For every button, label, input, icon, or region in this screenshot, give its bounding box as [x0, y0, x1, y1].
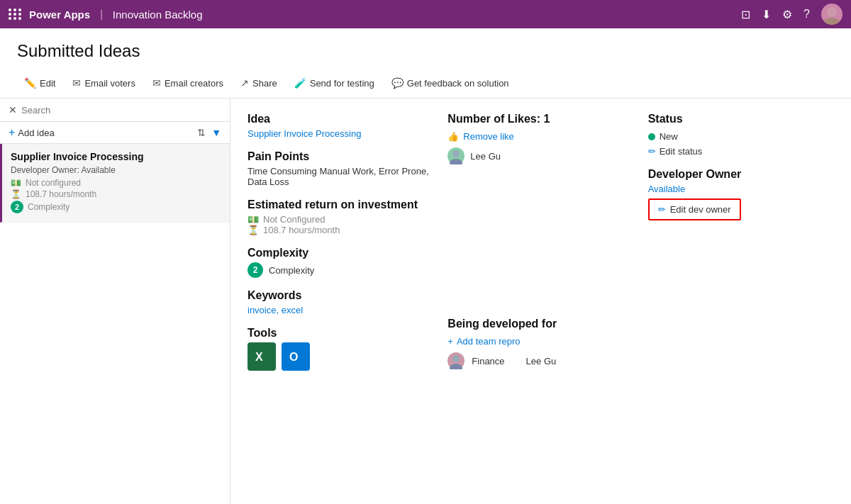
main-layout: ✕ + Add idea ⇅ ▼ Supplier Invoice Proces… — [0, 99, 851, 504]
svg-text:O: O — [289, 351, 298, 363]
dev-owner-status[interactable]: Available — [648, 184, 834, 194]
roi-hours-row: ⏳ 108.7 hours/month — [247, 225, 433, 235]
roi-label: Estimated return on investment — [247, 198, 433, 211]
share-button[interactable]: ↗ Share — [233, 74, 284, 92]
likes-user-name: Lee Gu — [470, 151, 501, 162]
cast-icon[interactable]: ⊡ — [741, 8, 750, 21]
settings-icon[interactable]: ⚙ — [782, 8, 792, 21]
add-team-button[interactable]: + Add team repro — [447, 336, 633, 347]
detail-col-2: Number of Likes: 1 👍 Remove like Lee Gu … — [447, 113, 633, 503]
team-row: Finance Lee Gu — [447, 352, 633, 369]
detail-panel: Idea Supplier Invoice Processing Pain Po… — [230, 99, 851, 504]
remove-like-button[interactable]: 👍 Remove like — [447, 131, 633, 142]
idea-label: Idea — [247, 113, 433, 125]
search-clear-icon[interactable]: ✕ — [9, 104, 17, 116]
pain-points-label: Pain Points — [247, 150, 433, 163]
status-section: Status New ✏ Edit status — [648, 113, 834, 157]
keywords-section: Keywords invoice, excel — [247, 289, 433, 315]
page-header: Submitted Ideas — [0, 28, 851, 68]
svg-point-7 — [450, 159, 462, 164]
edit-button[interactable]: ✏️ Edit — [17, 74, 62, 92]
svg-text:X: X — [255, 351, 263, 363]
team-avatar — [447, 352, 465, 369]
topbar: Power Apps | Innovation Backlog ⊡ ⬇ ⚙ ? — [0, 0, 851, 28]
edit-icon: ✏️ — [24, 77, 36, 89]
complexity-row: 2 Complexity — [247, 262, 433, 278]
tools-row: X O — [247, 342, 433, 371]
email-voters-icon: ✉ — [72, 77, 81, 89]
outlook-icon: O — [282, 342, 310, 371]
team-name: Finance — [472, 356, 504, 366]
list-item[interactable]: Supplier Invoice Processing Developer Ow… — [0, 144, 230, 223]
status-heading: Status — [648, 113, 834, 125]
likes-user-avatar — [447, 147, 465, 164]
help-icon[interactable]: ? — [803, 8, 810, 21]
grid-menu-icon[interactable] — [9, 9, 22, 20]
excel-icon: X — [247, 342, 276, 371]
svg-point-0 — [827, 7, 837, 17]
team-user: Lee Gu — [526, 356, 557, 366]
toolbar: ✏️ Edit ✉ Email voters ✉ Email creators … — [0, 68, 851, 99]
app-subtitle: Innovation Backlog — [113, 9, 203, 21]
keywords-value[interactable]: invoice, excel — [247, 305, 433, 315]
list-item-title: Supplier Invoice Processing — [11, 151, 221, 162]
feedback-icon: 💬 — [391, 77, 404, 89]
testing-icon: 🧪 — [294, 77, 306, 89]
send-for-testing-button[interactable]: 🧪 Send for testing — [287, 74, 382, 92]
get-feedback-button[interactable]: 💬 Get feedback on solution — [384, 74, 516, 92]
search-input[interactable] — [21, 105, 221, 116]
roi-not-configured-row: 💵 Not Configured — [247, 214, 433, 225]
list-item-hours-row: ⏳ 108.7 hours/month — [11, 189, 221, 199]
add-icon: + — [9, 126, 15, 139]
idea-value[interactable]: Supplier Invoice Processing — [247, 128, 433, 139]
detail-col-3: Status New ✏ Edit status Developer Owner… — [648, 113, 834, 503]
page-title: Submitted Ideas — [17, 41, 834, 61]
sidebar-actions: + Add idea ⇅ ▼ — [0, 122, 230, 144]
user-avatar[interactable] — [821, 4, 842, 25]
sidebar-actions-right: ⇅ ▼ — [197, 127, 221, 138]
complexity-section: Complexity 2 Complexity — [247, 247, 433, 278]
tools-label: Tools — [247, 327, 433, 340]
email-creators-button[interactable]: ✉ Email creators — [145, 74, 230, 92]
dev-owner-heading: Developer Owner — [648, 168, 834, 181]
edit-status-icon: ✏ — [648, 146, 656, 157]
add-idea-button[interactable]: + Add idea — [9, 126, 55, 139]
topbar-right: ⊡ ⬇ ⚙ ? — [741, 4, 842, 25]
likes-heading: Number of Likes: 1 — [447, 113, 633, 125]
edit-status-button[interactable]: ✏ Edit status — [648, 146, 834, 157]
filter-icon[interactable]: ▼ — [211, 127, 221, 138]
app-name: Power Apps — [29, 9, 90, 21]
likes-section: Number of Likes: 1 👍 Remove like Lee Gu — [447, 113, 633, 164]
svg-point-9 — [450, 364, 462, 369]
complexity-circle: 2 — [247, 262, 263, 278]
status-row: New — [648, 131, 834, 142]
pain-points-value: Time Consuming Manual Work, Error Prone,… — [247, 166, 433, 187]
thumbs-up-icon: 👍 — [447, 131, 459, 142]
being-developed-section: Being developed for + Add team repro Fin… — [447, 318, 633, 369]
likes-user-row: Lee Gu — [447, 147, 633, 164]
add-team-plus-icon: + — [447, 336, 453, 347]
email-voters-button[interactable]: ✉ Email voters — [65, 74, 143, 92]
keywords-label: Keywords — [247, 289, 433, 302]
list-item-not-configured-row: 💵 Not configured — [11, 178, 221, 188]
svg-point-1 — [823, 18, 840, 25]
being-dev-heading: Being developed for — [447, 318, 633, 330]
roi-clock-icon: ⏳ — [247, 225, 259, 235]
roi-money-icon: 💵 — [247, 214, 259, 225]
sidebar-search-bar: ✕ — [0, 99, 230, 122]
pain-points-section: Pain Points Time Consuming Manual Work, … — [247, 150, 433, 187]
download-icon[interactable]: ⬇ — [762, 8, 771, 21]
sort-icon[interactable]: ⇅ — [197, 127, 206, 138]
status-value: New — [660, 131, 678, 142]
money-icon: 💵 — [11, 178, 21, 188]
svg-point-6 — [452, 150, 460, 157]
dev-owner-section: Developer Owner Available ✏ Edit dev own… — [648, 168, 834, 220]
edit-dev-owner-button[interactable]: ✏ Edit dev owner — [648, 198, 741, 220]
complexity-label: Complexity — [247, 247, 433, 259]
topbar-divider: | — [100, 9, 103, 20]
email-creators-icon: ✉ — [152, 77, 161, 89]
svg-point-8 — [452, 355, 460, 362]
edit-dev-owner-icon: ✏ — [658, 204, 666, 215]
detail-col-1: Idea Supplier Invoice Processing Pain Po… — [247, 113, 433, 503]
list-item-complexity-row: 2 Complexity — [11, 201, 221, 213]
